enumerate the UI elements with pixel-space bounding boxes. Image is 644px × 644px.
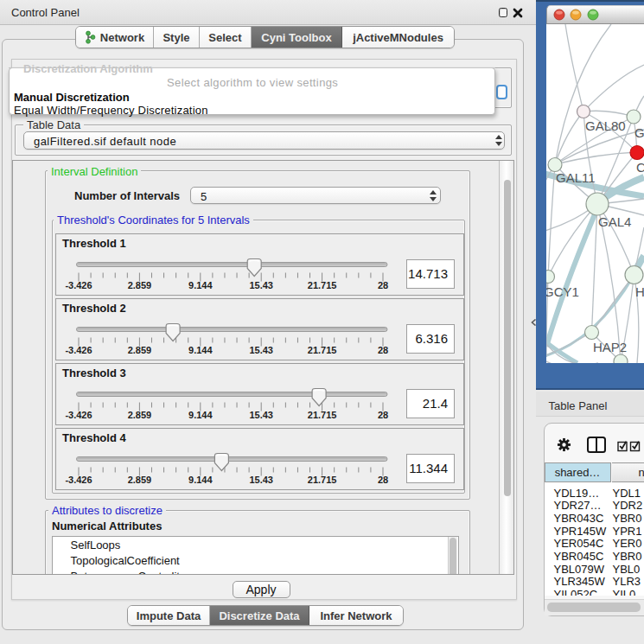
svg-text:GCY1: GCY1 bbox=[546, 284, 579, 299]
svg-text:C: C bbox=[636, 160, 644, 175]
svg-text:H: H bbox=[635, 284, 644, 299]
svg-text:GA: GA bbox=[634, 125, 644, 140]
svg-text:GAL4: GAL4 bbox=[598, 214, 631, 229]
svg-text:GAL80: GAL80 bbox=[585, 118, 626, 133]
svg-text:HAP2: HAP2 bbox=[593, 340, 627, 354]
svg-text:GAL11: GAL11 bbox=[556, 170, 596, 185]
